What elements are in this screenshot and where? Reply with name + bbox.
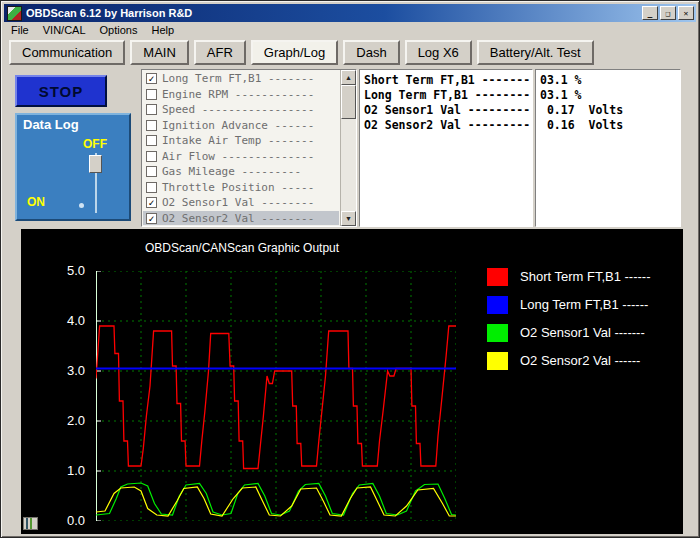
pid-list-item-throttle-position[interactable]: Throttle Position -----	[143, 180, 339, 196]
checkbox-unchecked-icon[interactable]	[146, 104, 157, 115]
graph-title: OBDScan/CANScan Graphic Output	[145, 241, 339, 255]
menu-item-help[interactable]: Help	[151, 24, 174, 36]
slider-thumb-icon[interactable]	[89, 155, 102, 173]
pid-list-item-o2-sensor1-val[interactable]: ✓O2 Sensor1 Val --------	[143, 195, 339, 211]
datalog-title: Data Log	[17, 115, 129, 132]
checkbox-checked-icon[interactable]: ✓	[146, 197, 157, 208]
upper-panel: STOP Data Log OFF ON ✓Long Term FT,B1 --…	[9, 69, 693, 227]
tab-main[interactable]: MAIN	[130, 40, 189, 65]
pid-list-item-ignition-advance[interactable]: Ignition Advance ------	[143, 118, 339, 134]
tab-graph-log[interactable]: Graph/Log	[251, 40, 338, 65]
pid-list: ✓Long Term FT,B1 -------Engine RPM -----…	[141, 69, 357, 227]
pid-list-item-o2-sensor2-val[interactable]: ✓O2 Sensor2 Val --------	[143, 211, 339, 226]
datalog-on-label: ON	[27, 195, 45, 209]
checkbox-unchecked-icon[interactable]	[146, 135, 157, 146]
pid-label: O2 Sensor1 Val --------	[162, 196, 314, 209]
slider-end-dot-icon	[79, 203, 84, 208]
legend-label: O2 Sensor2 Val ------	[520, 353, 640, 368]
close-button[interactable]: ✕	[678, 6, 694, 20]
tab-log-x6[interactable]: Log X6	[405, 40, 472, 65]
menubar: FileVIN/CALOptionsHelp	[4, 22, 696, 38]
pid-label: Air Flow --------------	[162, 150, 314, 163]
legend-label: Long Term FT,B1 ------	[520, 297, 648, 312]
pid-label: Throttle Position -----	[162, 181, 314, 194]
pid-list-item-intake-air-temp[interactable]: Intake Air Temp -------	[143, 133, 339, 149]
tab-communication[interactable]: Communication	[9, 40, 125, 65]
legend-swatch-icon	[487, 296, 508, 314]
pid-label: Speed -----------------	[162, 103, 314, 116]
stop-button[interactable]: STOP	[15, 75, 107, 107]
graph-legend: Short Term FT,B1 ------Long Term FT,B1 -…	[487, 267, 651, 379]
readout-name: O2 Sensor2 Val ---------	[364, 118, 532, 133]
readout-name: Long Term FT,B1 --------	[364, 88, 532, 103]
legend-item-o2-sensor1-val: O2 Sensor1 Val -------	[487, 323, 651, 342]
pid-label: Long Term FT,B1 -------	[162, 72, 314, 85]
legend-item-short-term-ft-b1: Short Term FT,B1 ------	[487, 267, 651, 286]
tab-afr[interactable]: AFR	[194, 40, 246, 65]
checkbox-checked-icon[interactable]: ✓	[146, 213, 157, 224]
datalog-off-label: OFF	[83, 137, 107, 151]
menu-item-options[interactable]: Options	[100, 24, 138, 36]
y-axis-labels: 5.04.03.02.01.00.0	[51, 229, 91, 534]
pid-list-items: ✓Long Term FT,B1 -------Engine RPM -----…	[143, 71, 339, 225]
graph-area: OBDScan/CANScan Graphic Output 5.04.03.0…	[21, 229, 683, 534]
readout-names-panel: Short Term FT,B1 -------Long Term FT,B1 …	[359, 69, 533, 227]
scrollbar-thumb[interactable]	[341, 85, 356, 119]
window-controls: _ ❑ ✕	[642, 6, 694, 20]
maximize-button[interactable]: ❑	[660, 6, 676, 20]
pid-label: O2 Sensor2 Val --------	[162, 212, 314, 225]
y-axis-tick-label: 0.0	[53, 513, 85, 528]
pid-list-item-gas-mileage[interactable]: Gas Mileage ---------	[143, 164, 339, 180]
checkbox-unchecked-icon[interactable]	[146, 120, 157, 131]
readout-value: 0.16 Volts	[540, 118, 680, 133]
app-icon	[7, 6, 22, 21]
legend-swatch-icon	[487, 324, 508, 342]
pid-label: Intake Air Temp -------	[162, 134, 314, 147]
readout-value: 03.1 %	[540, 73, 680, 88]
y-axis-tick-label: 4.0	[53, 313, 85, 328]
pid-label: Ignition Advance ------	[162, 119, 314, 132]
tab-dash[interactable]: Dash	[343, 40, 399, 65]
y-axis-tick-label: 1.0	[53, 463, 85, 478]
scroll-down-icon[interactable]: ▼	[341, 211, 356, 226]
tab-battery-alt-test[interactable]: Battery/Alt. Test	[477, 40, 594, 65]
plot-svg	[96, 271, 456, 521]
tab-bar: CommunicationMAINAFRGraph/LogDashLog X6B…	[9, 40, 594, 65]
legend-label: Short Term FT,B1 ------	[520, 269, 651, 284]
scroll-up-icon[interactable]: ▲	[341, 70, 356, 85]
datalog-panel: Data Log OFF ON	[15, 113, 131, 221]
legend-item-long-term-ft-b1: Long Term FT,B1 ------	[487, 295, 651, 314]
legend-swatch-icon	[487, 352, 508, 370]
pid-list-item-speed[interactable]: Speed -----------------	[143, 102, 339, 118]
menu-item-vin-cal[interactable]: VIN/CAL	[43, 24, 86, 36]
pid-list-item-long-term-ft-b1[interactable]: ✓Long Term FT,B1 -------	[143, 71, 339, 87]
checkbox-unchecked-icon[interactable]	[146, 151, 157, 162]
legend-label: O2 Sensor1 Val -------	[520, 325, 645, 340]
legend-swatch-icon	[487, 268, 508, 286]
readout-name: Short Term FT,B1 -------	[364, 73, 532, 88]
minimize-button[interactable]: _	[642, 6, 658, 20]
pid-list-scrollbar[interactable]: ▲ ▼	[340, 70, 356, 226]
app-window: OBDScan 6.12 by Harrison R&D _ ❑ ✕ FileV…	[0, 0, 700, 538]
checkbox-unchecked-icon[interactable]	[146, 182, 157, 193]
readout-values-panel: 03.1 %03.1 % 0.17 Volts 0.16 Volts	[535, 69, 681, 227]
pid-label: Engine RPM ------------	[162, 88, 314, 101]
mini-chart-icon	[23, 517, 38, 530]
titlebar: OBDScan 6.12 by Harrison R&D _ ❑ ✕	[4, 4, 696, 22]
checkbox-unchecked-icon[interactable]	[146, 166, 157, 177]
checkbox-checked-icon[interactable]: ✓	[146, 73, 157, 84]
pid-list-item-engine-rpm[interactable]: Engine RPM ------------	[143, 87, 339, 103]
datalog-slider[interactable]	[87, 153, 105, 213]
legend-item-o2-sensor2-val: O2 Sensor2 Val ------	[487, 351, 651, 370]
readout-name: O2 Sensor1 Val ---------	[364, 103, 532, 118]
pid-label: Gas Mileage ---------	[162, 165, 301, 178]
y-axis-tick-label: 2.0	[53, 413, 85, 428]
y-axis-tick-label: 5.0	[53, 263, 85, 278]
window-title: OBDScan 6.12 by Harrison R&D	[26, 7, 642, 19]
y-axis-tick-label: 3.0	[53, 363, 85, 378]
pid-list-item-air-flow[interactable]: Air Flow --------------	[143, 149, 339, 165]
readout-value: 03.1 %	[540, 88, 680, 103]
menu-item-file[interactable]: File	[11, 24, 29, 36]
checkbox-unchecked-icon[interactable]	[146, 89, 157, 100]
readout-value: 0.17 Volts	[540, 103, 680, 118]
